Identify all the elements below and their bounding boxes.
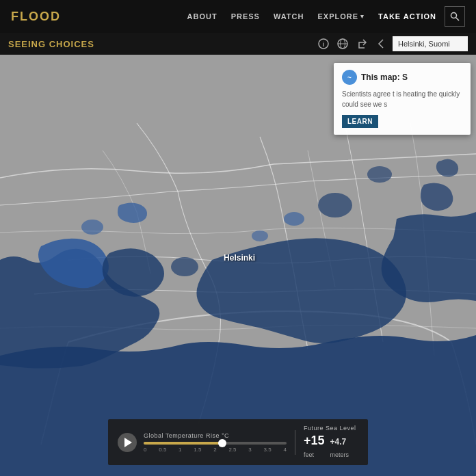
navbar: FLOOD ABOUT PRESS WATCH EXPLORE ▾ TAKE A… (0, 0, 476, 33)
info-panel-header: ~ This map: S (342, 70, 462, 85)
play-button[interactable] (118, 433, 137, 452)
share-icon (356, 38, 367, 49)
info-panel-description: Scientists agree t is heating the quickl… (342, 89, 462, 109)
sea-meters-value: +4.7 meters (330, 435, 349, 460)
sea-feet-unit: feet (304, 451, 314, 458)
map-controls: i (316, 36, 468, 51)
svg-point-7 (318, 193, 352, 217)
svg-line-1 (456, 18, 460, 21)
nav-watch[interactable]: WATCH (274, 12, 304, 21)
tick-6: 3 (248, 447, 251, 453)
tick-8: 4 (283, 447, 286, 453)
temperature-slider-section: Global Temperature Rise °C 0 0.5 1 1.5 2… (144, 432, 287, 453)
nav-take-action[interactable]: TAKE ACTION (378, 12, 436, 21)
svg-point-8 (367, 166, 392, 183)
sea-feet-number: +15 (304, 434, 325, 447)
map-container: Helsinki ~ This map: S Scientists agree … (0, 55, 476, 476)
slider-ticks: 0 0.5 1 1.5 2 2.5 3 3.5 4 (144, 447, 287, 453)
info-icon: i (318, 38, 329, 49)
info-panel-icon: ~ (342, 70, 357, 85)
svg-text:i: i (323, 41, 325, 48)
sea-feet-value: +15 feet (304, 434, 325, 460)
sea-level-values: +15 feet +4.7 meters (304, 434, 349, 460)
tick-0: 0 (144, 447, 146, 453)
slider-track[interactable] (144, 442, 287, 445)
search-button[interactable] (445, 6, 465, 27)
svg-point-12 (81, 220, 103, 235)
play-icon (124, 438, 132, 447)
svg-point-0 (451, 13, 457, 18)
nav-press[interactable]: PRESS (231, 12, 260, 21)
tick-4: 2 (213, 447, 216, 453)
info-panel: ~ This map: S Scientists agree t is heat… (334, 63, 471, 135)
sea-meters-number: +4.7 (330, 437, 347, 447)
tick-5: 2.5 (228, 447, 236, 453)
slider-fill (144, 442, 222, 445)
nav-about[interactable]: ABOUT (187, 12, 217, 21)
search-icon (450, 12, 460, 21)
page-title: SEEING CHOICES (8, 39, 316, 49)
sea-level-label: Future Sea Level (304, 425, 356, 432)
info-panel-title: This map: S (361, 72, 408, 82)
bottom-controls: Global Temperature Rise °C 0 0.5 1 1.5 2… (108, 419, 368, 465)
learn-more-button[interactable]: LEARN (342, 115, 378, 128)
sea-level-section: Future Sea Level +15 feet +4.7 meters (304, 425, 358, 460)
sea-meters-unit: meters (330, 451, 349, 458)
svg-point-9 (284, 212, 304, 226)
tick-7: 3.5 (264, 447, 272, 453)
info-button[interactable]: i (316, 36, 331, 51)
svg-point-10 (252, 230, 268, 241)
share-button[interactable] (354, 36, 369, 51)
nav-explore[interactable]: EXPLORE ▾ (317, 12, 365, 21)
tick-3: 1.5 (194, 447, 201, 453)
globe-button[interactable] (335, 36, 350, 51)
chevron-down-icon: ▾ (360, 13, 365, 20)
svg-point-11 (171, 257, 198, 276)
globe-icon (337, 38, 348, 49)
site-logo: FLOOD (11, 10, 61, 24)
nav-links: ABOUT PRESS WATCH EXPLORE ▾ TAKE ACTION (187, 12, 436, 21)
back-icon (378, 38, 384, 49)
tick-1: 0.5 (159, 447, 166, 453)
tick-2: 1 (178, 447, 181, 453)
slider-thumb[interactable] (218, 439, 226, 447)
location-input[interactable] (393, 36, 468, 51)
sub-header: SEEING CHOICES i (0, 33, 476, 55)
controls-divider (295, 430, 295, 455)
back-button[interactable] (373, 36, 388, 51)
slider-label: Global Temperature Rise °C (144, 432, 287, 439)
